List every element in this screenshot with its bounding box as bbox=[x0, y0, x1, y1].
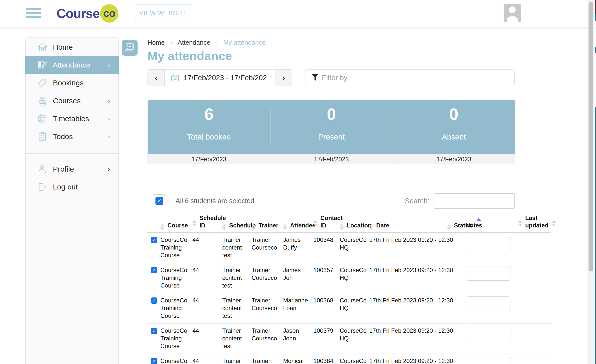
app-header: Course co VIEW WEBSITE bbox=[0, 0, 596, 27]
table-row: ✓ CourseCo Training Course 44 Trainer co… bbox=[148, 354, 551, 364]
sort-arrows-icon[interactable] bbox=[252, 224, 256, 230]
header-notes: Notes bbox=[466, 222, 518, 229]
summary-date: 17/Feb/2023 bbox=[148, 154, 270, 164]
total-booked-label: Total booked bbox=[187, 133, 231, 142]
notes-input[interactable] bbox=[466, 357, 511, 364]
table-body: ✓ CourseCo Training Course 44 Trainer co… bbox=[148, 233, 551, 364]
sidebar-item-timetables[interactable]: Timetables › bbox=[26, 110, 118, 128]
sort-arrows-icon[interactable] bbox=[283, 224, 287, 230]
breadcrumb-attendance[interactable]: Attendance bbox=[178, 39, 210, 46]
view-website-button[interactable]: VIEW WEBSITE bbox=[135, 4, 192, 22]
sort-arrows-icon[interactable] bbox=[518, 220, 522, 226]
header-location[interactable]: Location bbox=[340, 222, 369, 229]
sidebar-item-courses[interactable]: Courses › bbox=[26, 92, 118, 110]
absent-value: 0 bbox=[449, 105, 458, 123]
row-checkbox[interactable]: ✓ bbox=[151, 267, 157, 273]
header-status[interactable]: Status bbox=[447, 222, 466, 229]
cell-trainer: Trainer Courseco bbox=[252, 266, 283, 293]
cell-date: 17th Fri Feb 2023 09:20 - 12:30 bbox=[369, 266, 447, 293]
sort-arrows-icon[interactable] bbox=[340, 224, 344, 230]
cell-location: CourseCo HQ bbox=[340, 296, 369, 323]
cell-last-updated bbox=[518, 266, 551, 293]
select-all-checkbox[interactable]: ✓ bbox=[152, 194, 167, 207]
date-range-picker: ‹ 17/Feb/2023 - 17/Feb/202 › bbox=[148, 69, 292, 86]
present-label: Present bbox=[318, 133, 345, 142]
cell-course: CourseCo Training Course bbox=[160, 266, 192, 293]
cell-contact-id: 100357 bbox=[313, 266, 340, 293]
summary-absent: 0 Absent bbox=[393, 100, 515, 154]
funnel-filter-icon bbox=[312, 74, 318, 81]
prev-date-button[interactable]: ‹ bbox=[148, 70, 165, 86]
row-checkbox[interactable]: ✓ bbox=[151, 358, 157, 364]
notes-input[interactable] bbox=[466, 327, 511, 341]
sidebar-item-label: Home bbox=[53, 43, 73, 51]
header-date[interactable]: Date bbox=[369, 222, 447, 229]
hamburger-menu-icon[interactable] bbox=[26, 8, 41, 18]
sidebar-item-logout[interactable]: Log out bbox=[26, 178, 118, 196]
sidebar-item-label: Todos bbox=[53, 132, 73, 141]
sidebar-item-todos[interactable]: Todos › bbox=[26, 128, 118, 146]
cell-schedule: Trainer content test bbox=[222, 236, 252, 263]
sidebar-item-bookings[interactable]: Bookings bbox=[26, 74, 118, 92]
person-icon bbox=[37, 164, 48, 175]
cell-location: CourseCo HQ bbox=[340, 327, 369, 354]
breadcrumb-separator-icon: › bbox=[170, 39, 172, 46]
clipboard-check-icon bbox=[37, 131, 48, 142]
row-checkbox[interactable]: ✓ bbox=[151, 328, 157, 334]
header-schedule[interactable]: Schedule bbox=[222, 222, 252, 229]
table-row: ✓ CourseCo Training Course 44 Trainer co… bbox=[148, 233, 551, 263]
sidebar-divider bbox=[26, 153, 118, 154]
notes-input[interactable] bbox=[466, 296, 511, 311]
sort-arrows-icon[interactable] bbox=[160, 224, 164, 230]
cell-select: ✓ bbox=[148, 296, 160, 323]
cell-attendee: Jason John bbox=[283, 327, 313, 354]
sort-arrows-icon[interactable] bbox=[369, 224, 373, 230]
cell-attendee: Monica Collins bbox=[283, 357, 313, 364]
cell-notes bbox=[466, 357, 518, 364]
cell-course: CourseCo Training Course bbox=[160, 296, 192, 323]
selection-status-text: All 6 students are selected bbox=[176, 197, 254, 205]
search-input[interactable] bbox=[434, 193, 515, 209]
logout-icon bbox=[37, 182, 48, 192]
filter-field[interactable] bbox=[305, 69, 515, 86]
filter-input[interactable] bbox=[322, 70, 514, 85]
scrollbar-thumb[interactable] bbox=[589, 2, 593, 271]
sort-arrows-icon[interactable] bbox=[552, 220, 556, 226]
cell-date: 17th Fri Feb 2023 09:20 - 12:30 bbox=[369, 357, 447, 364]
tablet-checklist-icon bbox=[124, 42, 135, 53]
sort-arrows-icon[interactable] bbox=[313, 220, 317, 226]
sort-arrows-icon[interactable] bbox=[192, 220, 196, 226]
notes-input[interactable] bbox=[466, 266, 511, 281]
breadcrumb-separator-icon: › bbox=[216, 39, 218, 46]
header-schedule-id[interactable]: Schedule ID bbox=[192, 214, 222, 229]
row-checkbox[interactable]: ✓ bbox=[151, 297, 157, 304]
date-range-display[interactable]: 17/Feb/2023 - 17/Feb/202 bbox=[165, 70, 275, 86]
table-row: ✓ CourseCo Training Course 44 Trainer co… bbox=[148, 293, 551, 324]
courseco-logo[interactable]: Course co bbox=[57, 3, 118, 23]
scrollbar-track[interactable] bbox=[588, 0, 594, 364]
toolbar: ‹ 17/Feb/2023 - 17/Feb/202 › bbox=[148, 69, 552, 86]
header-attendee[interactable]: Attendee bbox=[283, 222, 313, 229]
sidebar-item-home[interactable]: Home bbox=[26, 38, 118, 56]
header-trainer[interactable]: Trainer bbox=[252, 222, 283, 229]
sidebar-item-attendance[interactable]: Attendance › bbox=[25, 56, 119, 74]
cell-trainer: Trainer Courseco bbox=[252, 236, 283, 263]
breadcrumb-home[interactable]: Home bbox=[148, 39, 165, 46]
header-last-updated[interactable]: Last updated bbox=[518, 214, 551, 229]
header-course[interactable]: Course bbox=[160, 222, 192, 229]
row-checkbox[interactable]: ✓ bbox=[151, 237, 157, 243]
cell-status bbox=[447, 327, 466, 354]
cell-schedule: Trainer content test bbox=[222, 357, 252, 364]
cell-course: CourseCo Training Course bbox=[160, 357, 192, 364]
notes-input[interactable] bbox=[466, 236, 511, 250]
cell-last-updated bbox=[518, 327, 551, 354]
sort-arrows-icon[interactable] bbox=[447, 224, 451, 230]
avatar[interactable] bbox=[504, 4, 521, 22]
sort-arrows-icon[interactable] bbox=[222, 224, 226, 230]
sidebar-item-profile[interactable]: Profile › bbox=[26, 160, 118, 178]
next-date-button[interactable]: › bbox=[275, 70, 292, 86]
screen-edge-strip bbox=[595, 0, 596, 14]
attendance-register-button[interactable] bbox=[122, 40, 138, 56]
header-contact-id[interactable]: Contact ID bbox=[313, 214, 340, 229]
summary-dates: 17/Feb/2023 17/Feb/2023 17/Feb/2023 bbox=[148, 154, 515, 164]
